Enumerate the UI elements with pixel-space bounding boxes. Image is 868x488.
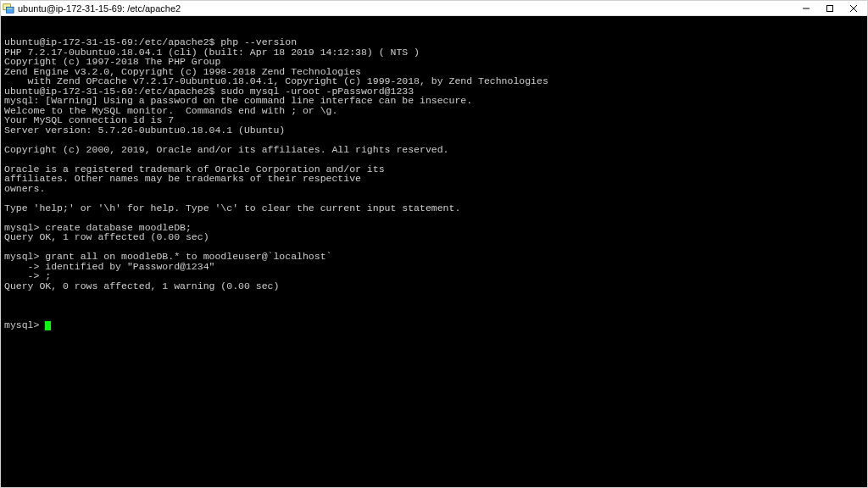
terminal-line: mysql: [Warning] Using a password on the… [4,96,864,106]
terminal-line: Copyright (c) 1997-2018 The PHP Group [4,57,864,67]
terminal-line: owners. [4,184,864,194]
terminal-prompt-line: mysql> [4,320,864,330]
terminal-output: ubuntu@ip-172-31-15-69:/etc/apache2$ php… [4,37,864,301]
terminal-window: ubuntu@ip-172-31-15-69: /etc/apache2 ubu… [0,0,868,488]
terminal-line: affiliates. Other names may be trademark… [4,174,864,184]
minimize-button[interactable] [794,2,818,15]
putty-icon [3,3,14,14]
svg-rect-1 [6,7,14,13]
terminal-line: Server version: 5.7.26-0ubuntu0.18.04.1 … [4,125,864,136]
terminal-line: mysql> grant all on moodleDB.* to moodle… [4,252,864,262]
terminal-line: Copyright (c) 2000, 2019, Oracle and/or … [4,145,864,155]
terminal-line: Your MySQL connection id is 7 [4,115,864,125]
cursor [45,321,51,330]
terminal-line: Query OK, 1 row affected (0.00 sec) [4,232,864,242]
terminal-line [4,154,864,164]
window-title: ubuntu@ip-172-31-15-69: /etc/apache2 [18,3,794,14]
window-controls [794,2,865,15]
terminal-line: -> ; [4,271,864,281]
terminal-line [4,291,864,301]
maximize-button[interactable] [818,2,842,15]
terminal-line [4,135,864,145]
mysql-prompt: mysql> [4,319,45,330]
terminal-line: -> identified by "Password@1234" [4,262,864,272]
terminal-area[interactable]: ubuntu@ip-172-31-15-69:/etc/apache2$ php… [1,16,867,487]
terminal-line: with Zend OPcache v7.2.17-0ubuntu0.18.04… [4,76,864,86]
terminal-line [4,213,864,223]
terminal-line [4,193,864,203]
terminal-line: Type 'help;' or '\h' for help. Type '\c'… [4,203,864,214]
titlebar[interactable]: ubuntu@ip-172-31-15-69: /etc/apache2 [1,1,867,16]
svg-rect-4 [827,5,833,11]
terminal-line: Query OK, 0 rows affected, 1 warning (0.… [4,281,864,291]
close-button[interactable] [842,2,865,15]
terminal-line: ubuntu@ip-172-31-15-69:/etc/apache2$ php… [4,37,864,47]
